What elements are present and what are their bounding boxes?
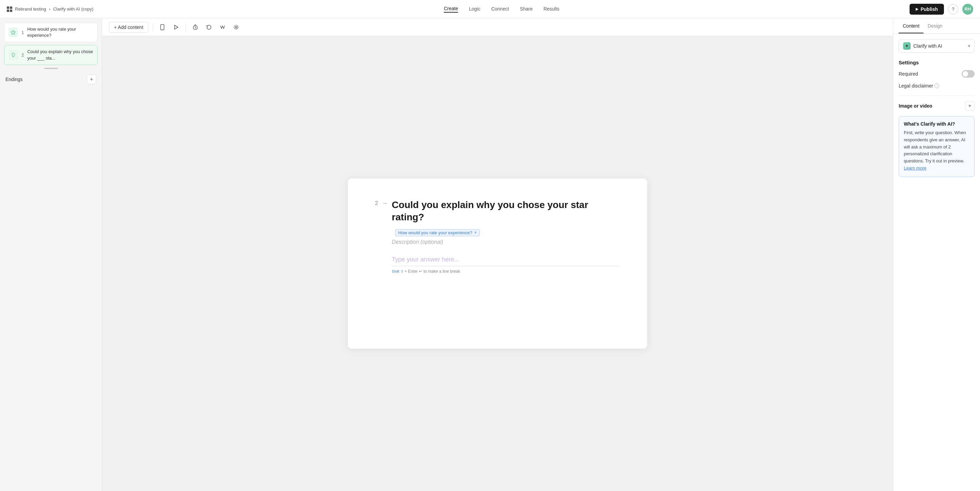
canvas-area: 2 → Could you explain why you chose your… [102, 36, 893, 491]
image-video-row: Image or video + [899, 101, 975, 111]
image-video-label: Image or video [899, 103, 932, 108]
clarify-ai-info-card: What's Clarify with AI? First, write you… [899, 116, 975, 177]
chevron-down-icon: ▾ [968, 44, 970, 48]
publish-button[interactable]: ▶ Publish [910, 4, 944, 14]
reference-tag-close[interactable]: × [474, 230, 477, 235]
add-ending-button[interactable]: + [87, 75, 96, 84]
question-text-2: Could you explain why you chose your ___… [27, 49, 93, 61]
info-card-text: First, write your question. When respond… [904, 129, 969, 172]
ai-selector-icon: ✦ [903, 42, 911, 50]
info-card-title: What's Clarify with AI? [904, 121, 969, 127]
required-label: Required [899, 71, 918, 77]
settings-button[interactable] [231, 22, 242, 33]
grid-icon[interactable] [7, 6, 12, 12]
avatar[interactable]: RH [962, 4, 973, 14]
panel-body: ✦ Clarify with AI ▾ Settings Required Le… [893, 34, 980, 183]
ai-clarify-icon-sidebar [8, 50, 18, 60]
breadcrumb-parent[interactable]: Rebrand testing [15, 6, 46, 11]
sidebar-item-q2[interactable]: 2 Could you explain why you chose your _… [4, 45, 98, 65]
right-panel: Content Design ✦ Clarify with AI ▾ Setti… [893, 18, 980, 491]
question-card: 2 → Could you explain why you chose your… [348, 179, 647, 349]
tab-share[interactable]: Share [520, 6, 533, 12]
sidebar: 1 How would you rate your experience? 2 … [0, 18, 102, 491]
play-icon: ▶ [916, 7, 918, 11]
help-button[interactable]: ? [948, 4, 958, 14]
top-navigation: Rebrand testing › Clarify with AI (copy)… [0, 0, 980, 18]
svg-marker-4 [175, 25, 178, 29]
refresh-button[interactable] [204, 22, 215, 33]
ai-selector-inner: ✦ Clarify with AI [903, 42, 942, 50]
toolbar-separator-2 [185, 23, 186, 31]
timer-button[interactable] [190, 22, 201, 33]
sidebar-item-q1[interactable]: 1 How would you rate your experience? [4, 22, 98, 42]
shift-key: Shift [392, 269, 399, 273]
panel-tabs: Content Design [893, 18, 980, 34]
hint-suffix: to make a line break [423, 269, 460, 274]
svg-marker-0 [11, 30, 16, 34]
variables-button[interactable] [217, 22, 228, 33]
tab-create[interactable]: Create [444, 6, 458, 13]
question-text-1: How would you rate your experience? [27, 26, 93, 38]
settings-title: Settings [899, 60, 975, 65]
question-body: Could you explain why you chose your sta… [392, 199, 620, 274]
add-content-button[interactable]: + Add content [109, 22, 148, 33]
question-number-2: 2 [21, 53, 24, 57]
tab-content[interactable]: Content [899, 18, 924, 33]
tab-results[interactable]: Results [543, 6, 559, 12]
main-layout: 1 How would you rate your experience? 2 … [0, 18, 980, 491]
tab-logic[interactable]: Logic [469, 6, 480, 12]
hint-text: Shift ⇧ + Enter ↵ to make a line break [392, 269, 620, 274]
question-number-1: 1 [21, 30, 24, 35]
question-header: 2 → Could you explain why you chose your… [375, 199, 620, 274]
nav-right-actions: ▶ Publish ? RH [910, 4, 973, 14]
required-toggle[interactable] [962, 70, 975, 78]
reference-tag: How would you rate your experience? × [395, 229, 480, 236]
publish-label: Publish [920, 6, 938, 12]
legal-disclaimer-row: Legal disclaimer i [899, 83, 975, 89]
answer-input[interactable] [392, 253, 620, 266]
preview-button[interactable] [170, 22, 181, 33]
reference-tag-text: How would you rate your experience? [398, 230, 472, 235]
tab-connect[interactable]: Connect [492, 6, 509, 12]
content-area: + Add content [102, 18, 893, 491]
question-title[interactable]: Could you explain why you chose your sta… [392, 199, 620, 224]
required-row: Required [899, 70, 975, 78]
legal-disclaimer-label: Legal disclaimer i [899, 83, 939, 89]
ai-type-selector[interactable]: ✦ Clarify with AI ▾ [899, 39, 975, 53]
svg-point-6 [235, 26, 237, 28]
enter-key: ⇧ [401, 269, 404, 273]
hint-enter: + Enter ↵ [404, 269, 422, 274]
endings-section: Endings + [4, 72, 98, 87]
add-media-button[interactable]: + [965, 101, 975, 111]
toolbar-separator-1 [153, 23, 153, 31]
toggle-slider [962, 70, 975, 78]
section-divider [899, 95, 975, 96]
info-icon[interactable]: i [934, 83, 939, 88]
breadcrumb-separator: › [49, 6, 50, 11]
nav-tabs: Create Logic Connect Share Results [444, 6, 559, 13]
toolbar: + Add content [102, 18, 893, 36]
svg-point-3 [162, 29, 163, 29]
breadcrumb: Rebrand testing › Clarify with AI (copy) [7, 6, 94, 12]
star-icon [8, 27, 18, 37]
endings-label: Endings [5, 77, 23, 82]
mobile-view-button[interactable] [157, 22, 168, 33]
question-number-arrow: 2 → [375, 199, 388, 206]
scroll-hint [44, 68, 58, 69]
learn-more-link[interactable]: Learn more [904, 166, 926, 171]
tab-design[interactable]: Design [924, 18, 947, 33]
question-description[interactable]: Description (optional) [392, 239, 620, 245]
breadcrumb-current: Clarify with AI (copy) [53, 6, 93, 11]
ai-selector-label: Clarify with AI [913, 43, 942, 49]
